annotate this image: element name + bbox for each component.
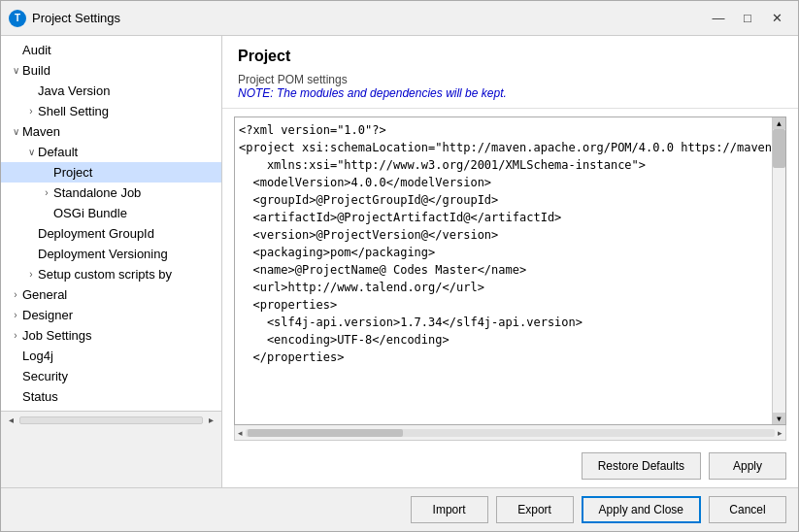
- sidebar-scrollbar: ◂ ▸: [1, 411, 221, 428]
- sidebar-item-deployment-versioning[interactable]: Deployment Versioning: [1, 244, 221, 264]
- footer: Import Export Apply and Close Cancel: [1, 487, 798, 531]
- sidebar-tree: Audit ∨ Build Java Version ›: [1, 36, 222, 411]
- sidebar: Audit ∨ Build Java Version ›: [1, 36, 222, 487]
- panel-desc: Project POM settings: [238, 73, 782, 86]
- restore-defaults-button[interactable]: Restore Defaults: [582, 452, 701, 480]
- scroll-left-arrow[interactable]: ◂: [5, 415, 17, 425]
- panel-header: Project Project POM settings NOTE: The m…: [222, 36, 798, 109]
- xml-content: <?xml version="1.0"?> <project xsi:schem…: [239, 121, 782, 366]
- window-controls: — □ ✕: [705, 8, 790, 29]
- sidebar-item-shell-setting[interactable]: › Shell Setting: [1, 101, 221, 121]
- scroll-right-arrow[interactable]: ▸: [205, 415, 217, 425]
- h-scroll-track: [246, 429, 775, 437]
- window-title: Project Settings: [32, 11, 705, 25]
- sidebar-item-job-settings[interactable]: › Job Settings: [1, 325, 221, 346]
- xml-scrollbar-h[interactable]: ◂ ▸: [234, 425, 786, 441]
- cancel-button[interactable]: Cancel: [709, 496, 786, 523]
- sidebar-item-build[interactable]: ∨ Build: [1, 60, 221, 81]
- sidebar-item-maven[interactable]: ∨ Maven: [1, 121, 221, 142]
- title-bar: T Project Settings — □ ✕: [1, 1, 798, 36]
- h-scroll-thumb: [248, 429, 403, 437]
- sidebar-scroll-track: [19, 416, 203, 424]
- xml-scrollbar-v[interactable]: ▲ ▼: [772, 117, 785, 424]
- sidebar-item-log4j[interactable]: Log4j: [1, 346, 221, 366]
- content-area: Audit ∨ Build Java Version ›: [1, 36, 798, 487]
- scroll-left-icon[interactable]: ◂: [235, 428, 246, 438]
- xml-container: <?xml version="1.0"?> <project xsi:schem…: [222, 109, 798, 449]
- main-panel: Project Project POM settings NOTE: The m…: [222, 36, 798, 487]
- sidebar-item-default[interactable]: ∨ Default: [1, 142, 221, 162]
- action-row: Restore Defaults Apply: [222, 449, 798, 487]
- sidebar-item-osgi-bundle[interactable]: OSGi Bundle: [1, 203, 221, 223]
- sidebar-item-general[interactable]: › General: [1, 284, 221, 305]
- sidebar-item-status[interactable]: Status: [1, 386, 221, 407]
- maximize-button[interactable]: □: [734, 8, 761, 29]
- sidebar-item-java-version[interactable]: Java Version: [1, 81, 221, 101]
- sidebar-item-security[interactable]: Security: [1, 366, 221, 386]
- xml-editor[interactable]: <?xml version="1.0"?> <project xsi:schem…: [234, 116, 786, 425]
- panel-note: NOTE: The modules and dependencies will …: [238, 86, 782, 100]
- sidebar-item-audit[interactable]: Audit: [1, 40, 221, 60]
- panel-title: Project: [238, 48, 782, 65]
- app-icon: T: [9, 10, 26, 27]
- close-button[interactable]: ✕: [763, 8, 790, 29]
- minimize-button[interactable]: —: [705, 8, 732, 29]
- apply-and-close-button[interactable]: Apply and Close: [582, 496, 701, 523]
- sidebar-item-setup-custom-scripts[interactable]: › Setup custom scripts by: [1, 264, 221, 284]
- sidebar-item-deployment-groupid[interactable]: Deployment GroupId: [1, 223, 221, 244]
- project-settings-window: T Project Settings — □ ✕ Audit ∨: [0, 0, 799, 532]
- export-button[interactable]: Export: [496, 496, 574, 523]
- apply-button[interactable]: Apply: [709, 452, 786, 480]
- scroll-right-icon[interactable]: ▸: [775, 428, 785, 438]
- import-button[interactable]: Import: [411, 496, 488, 523]
- sidebar-item-project[interactable]: Project: [1, 162, 221, 183]
- sidebar-item-standalone-job[interactable]: › Standalone Job: [1, 183, 221, 203]
- sidebar-item-designer[interactable]: › Designer: [1, 305, 221, 325]
